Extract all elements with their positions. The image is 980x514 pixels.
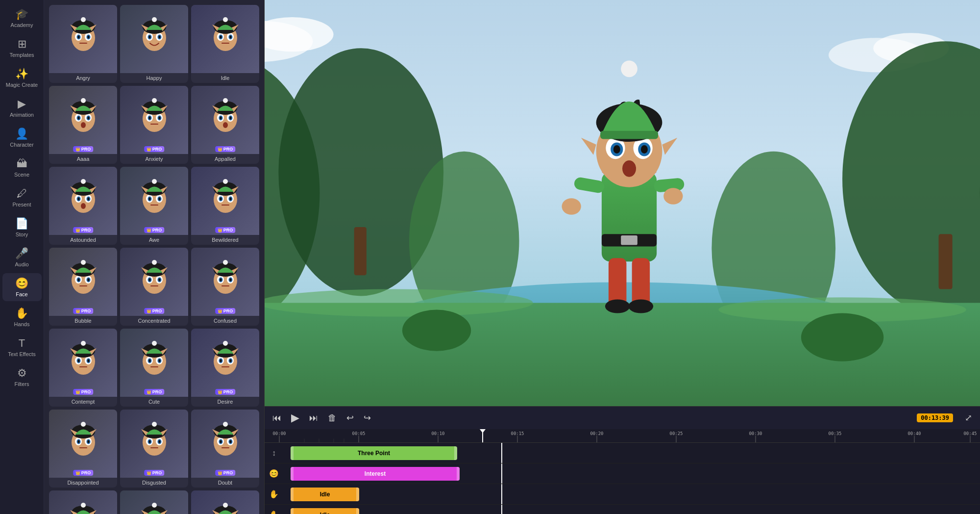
face-item-aaaa[interactable]: 👑PRO Aaaa bbox=[49, 86, 117, 164]
svg-point-119 bbox=[81, 341, 86, 346]
face-thumb bbox=[191, 5, 259, 73]
face-thumb: 👑PRO bbox=[120, 490, 188, 514]
sidebar-item-character[interactable]: 👤 Character bbox=[2, 124, 42, 152]
pro-badge: 👑PRO bbox=[73, 308, 94, 314]
svg-point-52 bbox=[229, 116, 231, 119]
pro-badge: 👑PRO bbox=[73, 227, 94, 233]
face-item-confused[interactable]: 👑PRO Confused bbox=[191, 248, 259, 326]
redo-button[interactable]: ↪ bbox=[362, 411, 373, 425]
svg-text:00:45: 00:45 bbox=[963, 431, 977, 436]
face-item-anxiety[interactable]: 👑PRO Anxiety bbox=[120, 86, 188, 164]
expand-button[interactable]: ⤢ bbox=[963, 411, 974, 425]
block-handle-right[interactable] bbox=[454, 446, 457, 460]
skip-to-start-button[interactable]: ⏮ bbox=[270, 411, 283, 425]
block-handle-left[interactable] bbox=[291, 488, 294, 501]
sidebar-item-text-effects[interactable]: T Text Effects bbox=[2, 333, 42, 361]
face-item-happy[interactable]: Happy bbox=[120, 5, 188, 83]
block-handle-left[interactable] bbox=[291, 508, 294, 514]
svg-point-155 bbox=[152, 422, 157, 427]
skip-to-end-button[interactable]: ⏭ bbox=[307, 411, 320, 425]
face-item-idle[interactable]: Idle bbox=[191, 5, 259, 83]
sidebar-item-label: Character bbox=[10, 142, 33, 148]
pro-badge: 👑PRO bbox=[215, 308, 236, 314]
sidebar-item-scene[interactable]: 🏔 Scene bbox=[2, 154, 42, 181]
face-item-doubt[interactable]: 👑PRO Doubt bbox=[191, 410, 259, 488]
sidebar-item-hands[interactable]: ✋ Hands bbox=[2, 303, 42, 331]
svg-point-51 bbox=[220, 116, 221, 119]
face-item-astounded[interactable]: 👑PRO Astounded bbox=[49, 167, 117, 245]
face-track: 😊 Interest bbox=[265, 463, 980, 484]
face-thumb: 👑PRO bbox=[49, 410, 117, 478]
audio-icon: 🎤 bbox=[15, 247, 28, 260]
undo-button[interactable]: ↩ bbox=[344, 411, 356, 425]
motion-track-content[interactable]: Three Point bbox=[283, 443, 980, 463]
hand2-track-icon: ✋ bbox=[265, 510, 283, 514]
svg-point-81 bbox=[229, 197, 231, 200]
sidebar-item-templates[interactable]: ⊞ Templates bbox=[2, 34, 42, 62]
sidebar-item-face[interactable]: 😊 Face bbox=[2, 273, 42, 301]
sidebar-item-audio[interactable]: 🎤 Audio bbox=[2, 243, 42, 271]
face-track-content[interactable]: Interest bbox=[283, 463, 980, 484]
three-point-block[interactable]: Three Point bbox=[291, 446, 457, 460]
sidebar-item-magic-create[interactable]: ✨ Magic Create bbox=[2, 64, 42, 92]
svg-point-108 bbox=[229, 278, 231, 281]
block-handle-right[interactable] bbox=[457, 467, 460, 481]
face-item-desire[interactable]: 👑PRO Desire bbox=[191, 329, 259, 407]
block-handle-right[interactable] bbox=[356, 508, 359, 514]
face-item-awe[interactable]: 👑PRO Awe bbox=[120, 167, 188, 245]
face-item-angry[interactable]: Angry bbox=[49, 5, 117, 83]
block-handle-left[interactable] bbox=[291, 467, 294, 481]
sidebar-item-story[interactable]: 📄 Story bbox=[2, 213, 42, 241]
timeline: ⏮ ▶ ⏭ 🗑 ↩ ↪ 00:13:39 ⤢ 00:00 00:05 00:10 bbox=[265, 406, 980, 514]
face-item-concentrated[interactable]: 👑PRO Concentrated bbox=[120, 248, 188, 326]
sidebar-item-present[interactable]: 🖊 Present bbox=[2, 183, 42, 211]
pro-badge: 👑PRO bbox=[144, 389, 165, 395]
svg-text:00:40: 00:40 bbox=[907, 431, 921, 436]
block-handle-right[interactable] bbox=[356, 488, 359, 501]
face-item-bewildered[interactable]: 👑PRO Bewildered bbox=[191, 167, 259, 245]
pro-badge: 👑PRO bbox=[73, 146, 94, 152]
face-label: Bewildered bbox=[211, 235, 239, 245]
face-thumb: 👑PRO bbox=[191, 167, 259, 235]
face-item-surprised[interactable]: 👑PRO Surprised bbox=[191, 490, 259, 514]
face-item-shocked[interactable]: 👑PRO Shocked bbox=[120, 490, 188, 514]
face-item-appalled[interactable]: 👑PRO Appalled bbox=[191, 86, 259, 164]
svg-point-43 bbox=[158, 116, 160, 119]
svg-point-89 bbox=[77, 278, 79, 281]
sidebar-item-animation[interactable]: ▶ Animation bbox=[2, 94, 42, 122]
present-icon: 🖊 bbox=[17, 187, 27, 200]
face-thumb bbox=[120, 5, 188, 73]
hand1-track-content[interactable]: Idle bbox=[283, 484, 980, 504]
svg-point-135 bbox=[229, 359, 231, 362]
sidebar-item-filters[interactable]: ⚙ Filters bbox=[2, 363, 42, 391]
main-content: ⏮ ▶ ⏭ 🗑 ↩ ↪ 00:13:39 ⤢ 00:00 00:05 00:10 bbox=[265, 0, 980, 514]
sidebar-item-label: Hands bbox=[14, 321, 30, 327]
pro-badge: 👑PRO bbox=[215, 389, 236, 395]
hand2-track-content[interactable]: Idle bbox=[283, 505, 980, 514]
delete-button[interactable]: 🗑 bbox=[326, 411, 339, 425]
face-item-contempt[interactable]: 👑PRO Contempt bbox=[49, 329, 117, 407]
block-handle-left[interactable] bbox=[291, 446, 294, 460]
svg-point-5 bbox=[77, 35, 79, 38]
svg-rect-224 bbox=[632, 258, 650, 306]
svg-point-126 bbox=[158, 359, 160, 362]
face-item-scared[interactable]: 👑PRO Scared bbox=[49, 490, 117, 514]
face-item-disgusted[interactable]: 👑PRO Disgusted bbox=[120, 410, 188, 488]
face-item-bubble[interactable]: 👑PRO Bubble bbox=[49, 248, 117, 326]
svg-rect-205 bbox=[939, 234, 953, 289]
idle-block-1[interactable]: Idle bbox=[291, 488, 359, 501]
svg-point-234 bbox=[622, 160, 636, 177]
interest-block[interactable]: Interest bbox=[291, 467, 460, 481]
svg-point-237 bbox=[621, 60, 637, 77]
face-item-cute[interactable]: 👑PRO Cute bbox=[120, 329, 188, 407]
svg-point-72 bbox=[158, 197, 160, 200]
face-item-disappointed[interactable]: 👑PRO Disappointed bbox=[49, 410, 117, 488]
svg-point-146 bbox=[81, 422, 86, 427]
sidebar-item-label: Academy bbox=[11, 22, 33, 28]
play-button[interactable]: ▶ bbox=[289, 410, 301, 426]
idle-block-2[interactable]: Idle bbox=[291, 508, 359, 514]
face-label: Angry bbox=[75, 73, 91, 83]
svg-point-173 bbox=[81, 503, 86, 508]
sidebar-item-academy[interactable]: 🎓 Academy bbox=[2, 4, 42, 32]
face-grid: Angry bbox=[44, 0, 264, 514]
